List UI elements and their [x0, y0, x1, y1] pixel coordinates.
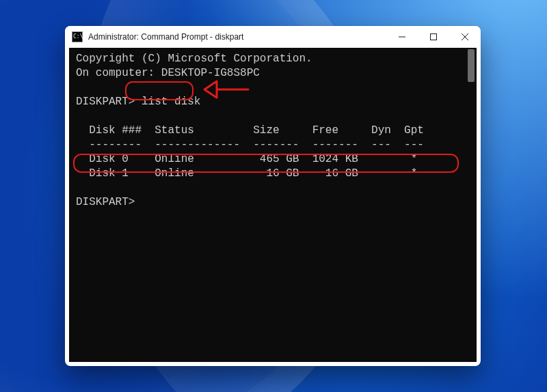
line-oncomputer: On computer: DESKTOP-IG8S8PC [76, 67, 260, 79]
command-list-disk: list disk [142, 96, 200, 108]
terminal-area[interactable]: Copyright (C) Microsoft Corporation. On … [69, 48, 477, 362]
table-rule: -------- ------------- ------- ------- -… [76, 139, 424, 151]
terminal-output: Copyright (C) Microsoft Corporation. On … [69, 48, 477, 362]
prompt-2: DISKPART> [76, 196, 135, 208]
minimize-button[interactable] [386, 26, 418, 48]
maximize-button[interactable] [418, 26, 449, 48]
command-prompt-window: Administrator: Command Prompt - diskpart… [65, 26, 481, 366]
svg-rect-0 [431, 34, 437, 40]
table-row: Disk 1 Online 16 GB 16 GB * [76, 167, 417, 180]
window-title: Administrator: Command Prompt - diskpart [88, 32, 386, 42]
window-controls [386, 26, 481, 48]
close-button[interactable] [449, 26, 481, 48]
window-titlebar[interactable]: Administrator: Command Prompt - diskpart [65, 26, 481, 48]
vertical-scrollbar[interactable] [466, 48, 477, 362]
scrollbar-thumb[interactable] [468, 49, 475, 82]
table-header: Disk ### Status Size Free Dyn Gpt [76, 124, 424, 137]
table-row: Disk 0 Online 465 GB 1024 KB * [76, 153, 417, 165]
prompt-1: DISKPART> [76, 96, 142, 108]
command-prompt-icon [72, 31, 83, 42]
line-copyright: Copyright (C) Microsoft Corporation. [76, 53, 312, 65]
